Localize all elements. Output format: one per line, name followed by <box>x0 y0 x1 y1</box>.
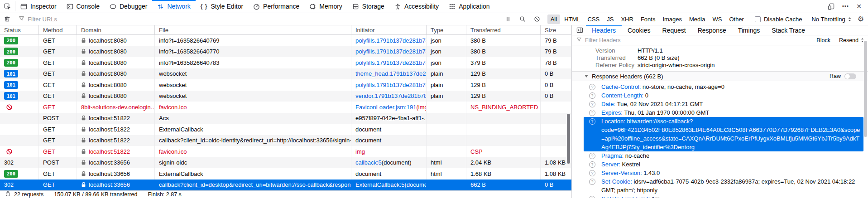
header-row[interactable]: ?X-Rate-Limit-Limit: 1m <box>584 194 863 198</box>
column-header-domain[interactable]: Domain <box>77 25 155 34</box>
block-icon[interactable] <box>530 16 544 22</box>
responsive-design-icon[interactable] <box>824 3 838 10</box>
table-row[interactable]: 101GETlocalhost:8080websocketpolyfills.1… <box>0 79 571 91</box>
type-filter-js[interactable]: JS <box>604 15 617 24</box>
question-icon[interactable]: ? <box>589 161 595 168</box>
header-row[interactable]: ?Server: Kestrel <box>584 160 863 169</box>
type-filter-css[interactable]: CSS <box>585 15 603 24</box>
header-row[interactable]: ?Content-Length: 0 <box>584 91 863 100</box>
question-icon[interactable]: ? <box>589 170 595 176</box>
details-scrollbar[interactable] <box>864 41 867 137</box>
gear-icon[interactable]: ⚙ <box>856 15 868 23</box>
type-filter-xhr[interactable]: XHR <box>618 15 636 24</box>
block-button[interactable]: Block <box>812 37 834 44</box>
table-row[interactable]: 302GETlocalhost:33656callback?client_id=… <box>0 180 571 191</box>
filter-headers-input[interactable] <box>585 37 808 44</box>
disable-cache-toggle[interactable]: Disable Cache <box>750 16 807 23</box>
table-row[interactable]: POSTlocalhost:51822Acse957f897-042e-4ba1… <box>0 113 571 124</box>
tab-debugger[interactable]: Debugger <box>105 0 153 13</box>
initiator-link[interactable]: polyfills.1791b137de281b787… <box>355 37 427 44</box>
table-row[interactable]: GETlocalhost:51822callback?client_id=oid… <box>0 135 571 146</box>
tab-inspector[interactable]: Inspector <box>15 0 62 13</box>
question-icon[interactable]: ? <box>589 196 595 199</box>
type-filter-html[interactable]: HTML <box>561 15 583 24</box>
throttling-dropdown[interactable]: No Throttling <box>807 16 855 23</box>
resend-dropdown[interactable]: Resend <box>835 37 868 44</box>
details-tab-stack-trace[interactable]: Stack Trace <box>766 25 811 35</box>
tab-application[interactable]: Application <box>444 0 495 13</box>
initiator-link[interactable]: theme_head.1791b137de281… <box>355 70 427 77</box>
table-row[interactable]: 101GETlocalhost:8080websocketvendor.1791… <box>0 91 571 102</box>
header-row[interactable]: ?Set-Cookie: idsrv=adf6cba1-7075-402b-9e… <box>584 177 863 194</box>
response-headers-section[interactable]: Response Headers (662 B) Raw <box>572 71 868 81</box>
table-row[interactable]: GET8bit-solutions-dev.onelogin.…favicon.… <box>0 102 571 113</box>
tab-accessibility[interactable]: Accessibility <box>389 0 444 13</box>
details-tab-headers[interactable]: Headers <box>586 25 622 35</box>
details-tab-response[interactable]: Response <box>692 25 732 35</box>
header-row[interactable]: ?Date: Tue, 02 Nov 2021 04:17:21 GMT <box>584 100 863 108</box>
search-icon[interactable] <box>515 16 530 22</box>
tab-console[interactable]: Console <box>62 0 105 13</box>
initiator-link[interactable]: ExternalCallback:5 <box>355 181 404 188</box>
initiator-link[interactable]: callback:5 <box>355 159 382 166</box>
type-filter-media[interactable]: Media <box>686 15 708 24</box>
type-filter-images[interactable]: Images <box>659 15 685 24</box>
request-list-scrollbar[interactable] <box>567 114 570 164</box>
initiator-link[interactable]: polyfills.1791b137de281b787… <box>355 59 427 66</box>
sidebar-toggle-icon[interactable] <box>572 25 586 35</box>
tab-style-editor[interactable]: { }Style Editor <box>196 0 248 13</box>
column-header-file[interactable]: File <box>155 25 351 34</box>
initiator-link[interactable]: FaviconLoader.jsm:191 <box>355 104 416 111</box>
details-tab-cookies[interactable]: Cookies <box>622 25 657 35</box>
type-filter-all[interactable]: All <box>547 15 560 24</box>
table-row[interactable]: 302POSTlocalhost:33656signin-oidccallbac… <box>0 157 571 169</box>
tab-performance[interactable]: Performance <box>248 0 304 13</box>
filter-headers-field[interactable] <box>572 37 812 44</box>
details-tab-request[interactable]: Request <box>657 25 692 35</box>
header-row[interactable]: ?Cache-Control: no-store, no-cache, max-… <box>584 83 863 91</box>
tab-storage[interactable]: Storage <box>347 0 389 13</box>
table-row[interactable]: GETlocalhost:51822favicon.icoimgCSP <box>0 146 571 157</box>
close-icon[interactable]: ✕ <box>853 3 865 10</box>
node-picker-icon[interactable] <box>0 0 15 13</box>
initiator-link[interactable]: polyfills.1791b137de281b787… <box>355 82 427 88</box>
pause-icon[interactable] <box>501 16 515 22</box>
type-filter-ws[interactable]: WS <box>709 15 725 24</box>
header-row[interactable]: ?Location: bitwarden://sso-callback?code… <box>584 117 863 151</box>
clock-icon[interactable] <box>5 191 11 198</box>
column-header-size[interactable]: Size <box>541 25 571 34</box>
raw-toggle[interactable] <box>844 73 856 79</box>
details-tab-timings[interactable]: Timings <box>732 25 766 35</box>
header-row[interactable]: ?Server-Version: 1.43.0 <box>584 169 863 177</box>
search-input[interactable] <box>28 16 497 23</box>
table-row[interactable]: 200GETlocalhost:8080info?t=1635826640770… <box>0 46 571 58</box>
filter-urls-field[interactable] <box>15 15 501 23</box>
column-header-type[interactable]: Type <box>427 25 466 34</box>
initiator-link[interactable]: vendor.1791b137de281b787… <box>355 92 427 99</box>
disable-cache-checkbox[interactable] <box>755 16 761 22</box>
menu-icon[interactable]: ⋯ <box>838 2 853 10</box>
column-header-method[interactable]: Method <box>39 25 77 34</box>
table-row[interactable]: GETlocalhost:51822ExternalCallbackdocume… <box>0 124 571 135</box>
tab-network[interactable]: Network <box>152 0 195 13</box>
tab-memory[interactable]: Memory <box>304 0 347 13</box>
question-icon[interactable]: ? <box>589 84 595 90</box>
table-row[interactable]: 101GETlocalhost:8080websockettheme_head.… <box>0 68 571 80</box>
question-icon[interactable]: ? <box>589 118 595 125</box>
question-icon[interactable]: ? <box>589 101 595 107</box>
header-row[interactable]: ?Pragma: no-cache <box>584 151 863 160</box>
question-icon[interactable]: ? <box>589 179 595 185</box>
type-filter-fonts[interactable]: Fonts <box>638 15 659 24</box>
column-header-status[interactable]: Status <box>0 25 39 34</box>
header-row[interactable]: ?Expires: Thu, 01 Jan 1970 00:00:00 GMT <box>584 108 863 117</box>
table-row[interactable]: 200GETlocalhost:8080info?t=1635826640769… <box>0 35 571 46</box>
column-header-initiator[interactable]: Initiator <box>351 25 427 34</box>
column-header-transferred[interactable]: Transferred <box>466 25 541 34</box>
question-icon[interactable]: ? <box>589 153 595 159</box>
question-icon[interactable]: ? <box>589 110 595 116</box>
table-row[interactable]: 200GETlocalhost:33656ExternalCallbackdoc… <box>0 168 571 180</box>
trash-icon[interactable] <box>0 16 14 22</box>
initiator-link[interactable]: polyfills.1791b137de281b787… <box>355 48 427 55</box>
question-icon[interactable]: ? <box>589 92 595 99</box>
type-filter-other[interactable]: Other <box>726 15 747 24</box>
